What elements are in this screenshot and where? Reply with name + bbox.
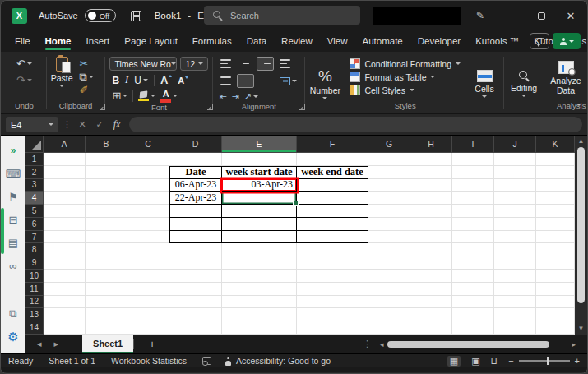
- scrollbar-dots-icon[interactable]: ⋮: [363, 339, 372, 349]
- cell-J13[interactable]: [494, 308, 536, 321]
- cell-C11[interactable]: [127, 283, 169, 296]
- cell-A1[interactable]: [44, 153, 86, 166]
- cell-B12[interactable]: [86, 296, 127, 309]
- next-sheet-button[interactable]: ▸: [54, 339, 59, 349]
- cell-H12[interactable]: [410, 296, 452, 309]
- cell-K13[interactable]: [536, 308, 575, 321]
- cell-G7[interactable]: [368, 231, 410, 244]
- cell-F1[interactable]: [297, 153, 368, 166]
- zoom-slider-handle[interactable]: [547, 357, 550, 365]
- cell-G13[interactable]: [368, 308, 410, 321]
- cells-button[interactable]: Cells: [470, 70, 499, 98]
- cell-F12[interactable]: [297, 296, 368, 309]
- column-header-E[interactable]: E: [222, 136, 297, 152]
- cell-B7[interactable]: [86, 231, 127, 244]
- format-painter-button[interactable]: ✐: [80, 85, 94, 95]
- cell-I4[interactable]: [452, 192, 494, 205]
- cell-B1[interactable]: [86, 153, 127, 166]
- cell-B10[interactable]: [86, 270, 127, 283]
- cell-K3[interactable]: [536, 179, 575, 192]
- cell-E5[interactable]: [222, 205, 297, 218]
- workbook-statistics-icon[interactable]: [202, 357, 211, 365]
- bold-button[interactable]: B: [112, 75, 119, 86]
- cell-B5[interactable]: [86, 205, 127, 218]
- cell-C14[interactable]: [127, 321, 169, 335]
- alignment-dialog-launcher-icon[interactable]: [299, 104, 305, 110]
- cell-G9[interactable]: [368, 256, 410, 270]
- cell-E10[interactable]: [222, 270, 297, 283]
- cell-I3[interactable]: [452, 179, 494, 192]
- column-header-G[interactable]: G: [368, 136, 410, 152]
- cell-F2[interactable]: week end date: [297, 166, 368, 179]
- cell-C3[interactable]: [127, 179, 169, 192]
- maximize-button[interactable]: [527, 1, 555, 30]
- cell-A5[interactable]: [44, 205, 86, 218]
- cell-G1[interactable]: [368, 153, 410, 166]
- cell-C4[interactable]: [127, 192, 169, 205]
- cell-B14[interactable]: [86, 321, 127, 335]
- cell-E13[interactable]: [222, 308, 297, 321]
- cell-H4[interactable]: [410, 192, 452, 205]
- cell-E8[interactable]: [222, 243, 297, 256]
- cell-F14[interactable]: [297, 321, 368, 335]
- cell-K5[interactable]: [536, 205, 575, 218]
- cell-H13[interactable]: [410, 308, 452, 321]
- select-all-corner[interactable]: [25, 136, 44, 152]
- cell-J8[interactable]: [494, 243, 536, 256]
- cell-I5[interactable]: [452, 205, 494, 218]
- share-button[interactable]: [553, 33, 581, 49]
- cell-G4[interactable]: [368, 192, 410, 205]
- cell-I10[interactable]: [452, 270, 494, 283]
- collapse-ribbon-icon[interactable]: [576, 104, 581, 106]
- cell-D5[interactable]: [169, 205, 222, 218]
- paste-button[interactable]: Paste: [51, 57, 73, 101]
- close-button[interactable]: ✕: [557, 1, 585, 30]
- row-header-12[interactable]: 12: [25, 296, 44, 309]
- cell-F11[interactable]: [297, 283, 368, 296]
- tab-page-layout[interactable]: Page Layout: [117, 30, 185, 52]
- row-header-4[interactable]: 4: [25, 192, 44, 205]
- row-header-1[interactable]: 1: [25, 153, 44, 166]
- cell-D2[interactable]: Date: [169, 166, 222, 179]
- copy-button[interactable]: ⧉: [80, 72, 94, 82]
- page-layout-view-button[interactable]: ▣: [471, 357, 479, 366]
- excel-app-icon[interactable]: X: [12, 8, 27, 24]
- insert-function-button[interactable]: fx: [110, 118, 123, 131]
- cell-I11[interactable]: [452, 283, 494, 296]
- column-header-H[interactable]: H: [410, 136, 452, 152]
- worksheet-pane-icon[interactable]: ▤: [1, 231, 25, 254]
- printer-icon[interactable]: ⊟: [1, 208, 25, 231]
- scroll-down-icon[interactable]: ▼: [578, 326, 585, 332]
- cell-G2[interactable]: [368, 166, 410, 179]
- enter-button[interactable]: ✓: [93, 119, 106, 130]
- cell-H1[interactable]: [410, 153, 452, 166]
- send-pane-icon[interactable]: ⚑: [1, 185, 25, 208]
- cell-B8[interactable]: [86, 243, 127, 256]
- scroll-left-icon[interactable]: ◂: [380, 340, 384, 349]
- analyze-data-button[interactable]: Analyze Data: [549, 61, 583, 95]
- cell-D12[interactable]: [169, 296, 222, 309]
- cell-C13[interactable]: [127, 308, 169, 321]
- cell-C6[interactable]: [127, 218, 169, 231]
- font-dialog-launcher-icon[interactable]: [207, 104, 213, 110]
- cell-F10[interactable]: [297, 270, 368, 283]
- cell-C1[interactable]: [127, 153, 169, 166]
- cell-F13[interactable]: [297, 308, 368, 321]
- cell-H11[interactable]: [410, 283, 452, 296]
- tab-data[interactable]: Data: [239, 30, 274, 52]
- cell-K12[interactable]: [536, 296, 575, 309]
- cell-G14[interactable]: [368, 321, 410, 335]
- cell-F6[interactable]: [297, 218, 368, 231]
- cell-K10[interactable]: [536, 270, 575, 283]
- cell-G11[interactable]: [368, 283, 410, 296]
- cell-A14[interactable]: [44, 321, 86, 335]
- cell-C2[interactable]: [127, 166, 169, 179]
- cell-E1[interactable]: [222, 153, 297, 166]
- row-header-8[interactable]: 8: [25, 243, 44, 256]
- merge-center-button[interactable]: [276, 75, 300, 88]
- keyboard-pane-icon[interactable]: ⌨: [1, 162, 25, 185]
- cell-E6[interactable]: [222, 218, 297, 231]
- row-header-7[interactable]: 7: [25, 231, 44, 244]
- cell-I1[interactable]: [452, 153, 494, 166]
- italic-button[interactable]: I: [125, 74, 128, 86]
